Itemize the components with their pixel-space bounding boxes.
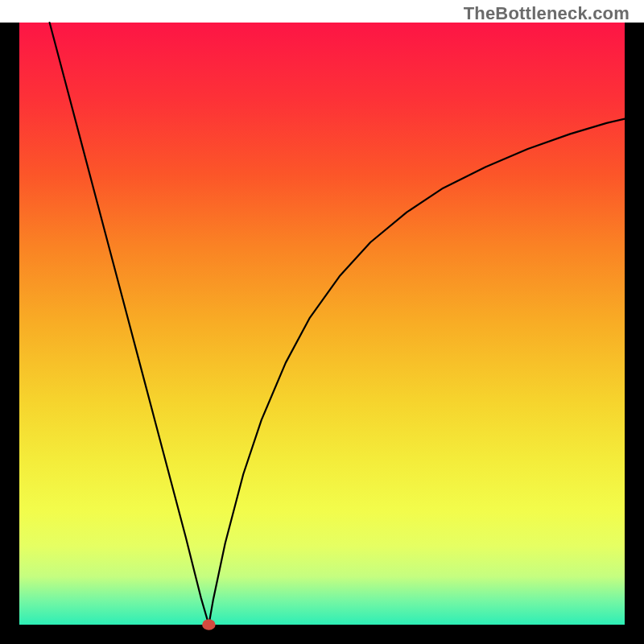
bottleneck-chart — [0, 0, 644, 644]
plot-background — [19, 23, 625, 625]
svg-rect-0 — [0, 23, 19, 644]
chart-container: TheBottleneck.com — [0, 0, 644, 644]
watermark-text: TheBottleneck.com — [464, 3, 630, 24]
svg-rect-1 — [625, 23, 644, 644]
svg-rect-2 — [0, 625, 644, 644]
optimal-point-marker — [202, 619, 216, 630]
